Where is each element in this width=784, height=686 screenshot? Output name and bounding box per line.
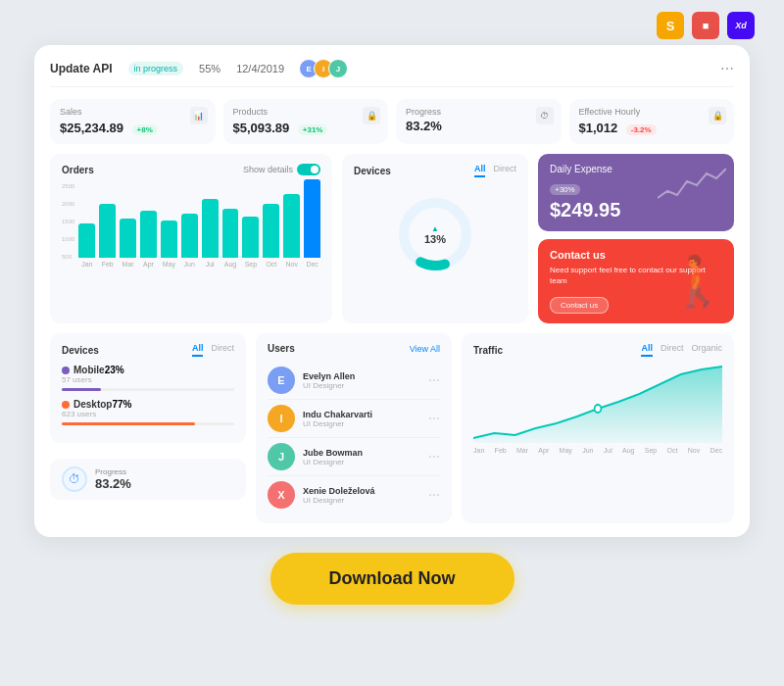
traffic-tab-organic[interactable]: Organic xyxy=(691,343,722,357)
user-info: Evelyn AllenUI Designer xyxy=(303,371,355,390)
user-more-icon[interactable]: ⋯ xyxy=(428,488,440,502)
stat-sales-badge: +8% xyxy=(132,124,158,135)
user-more-icon[interactable]: ⋯ xyxy=(428,450,440,464)
stat-sales-amount: $25,234.89 xyxy=(60,121,123,135)
orders-header: Orders Show details xyxy=(62,164,320,175)
user-item: IIndu ChakarvartiUI Designer⋯ xyxy=(268,400,440,438)
user-item: EEvelyn AllenUI Designer⋯ xyxy=(268,362,440,400)
device-desktop-name: Desktop xyxy=(74,399,112,410)
devices-tab-direct[interactable]: Direct xyxy=(211,343,234,357)
sketch-icon[interactable]: S xyxy=(657,12,684,39)
right-cards: Daily Expense +30% $249.95 Contact us Ne… xyxy=(538,154,734,323)
bar-group-may: May xyxy=(161,220,177,268)
products-icon: 🔒 xyxy=(363,107,380,124)
main-grid: Orders Show details 2500200015001000500 … xyxy=(50,154,734,323)
bar-group-sep: Sep xyxy=(242,217,259,268)
user-role: UI Designer xyxy=(303,419,372,428)
device-desktop-pct: 77% xyxy=(112,399,131,410)
top-icons-row: S ■ Xd xyxy=(0,0,784,45)
users-list: EEvelyn AllenUI Designer⋯IIndu Chakarvar… xyxy=(268,362,440,514)
bar-oct xyxy=(263,204,279,258)
hourly-icon: 🔒 xyxy=(709,107,726,124)
devices-list-title: Devices xyxy=(62,345,99,356)
device-desktop-users: 623 users xyxy=(62,410,234,418)
devices-list-header: Devices All Direct xyxy=(62,343,234,357)
label-sep: Sep xyxy=(645,447,657,454)
device-mobile-pct: 23% xyxy=(105,365,124,375)
desktop-dot xyxy=(62,401,70,409)
user-name: Jube Bowman xyxy=(303,448,363,458)
traffic-tab-direct[interactable]: Direct xyxy=(661,343,684,357)
dashboard-card: Update API in progress 55% 12/4/2019 E I… xyxy=(34,45,750,537)
tab-direct[interactable]: Direct xyxy=(493,164,516,177)
devices-col: Devices All Direct Mobile 23% 57 users xyxy=(50,333,246,523)
user-avatar: E xyxy=(268,367,295,394)
user-avatar: I xyxy=(268,405,295,432)
label-dec: Dec xyxy=(710,447,722,454)
more-icon[interactable]: ⋯ xyxy=(720,61,734,76)
bar-aug xyxy=(222,209,239,258)
bar-group-jul: Jul xyxy=(202,199,219,268)
stat-products-badge: +31% xyxy=(298,124,328,135)
bar-chart: JanFebMarAprMayJunJulAugSepOctNovDec xyxy=(78,183,320,271)
devices-donut-card: Devices All Direct ▲ 13% xyxy=(342,154,528,323)
devices-donut-header: Devices All Direct xyxy=(354,164,516,177)
bar-label-nov: Nov xyxy=(285,261,297,268)
xd-icon[interactable]: Xd xyxy=(727,12,755,39)
devices-tab-all[interactable]: All xyxy=(192,343,204,357)
bar-label-sep: Sep xyxy=(245,261,257,268)
bar-label-oct: Oct xyxy=(266,261,276,268)
device-mobile: Mobile 23% 57 users xyxy=(62,365,234,391)
label-feb: Feb xyxy=(495,447,507,454)
bar-label-mar: Mar xyxy=(122,261,134,268)
device-mobile-track xyxy=(62,388,234,391)
traffic-tab-all[interactable]: All xyxy=(641,343,653,357)
view-all-link[interactable]: View All xyxy=(410,344,440,354)
user-info: Jube BowmanUI Designer xyxy=(303,448,363,466)
stat-products: Products $5,093.89 +31% 🔒 xyxy=(223,99,389,144)
stat-hourly-value: $1,012 -3.2% xyxy=(579,119,725,136)
user-name: Evelyn Allen xyxy=(303,371,355,381)
stat-hourly-badge: -3.2% xyxy=(626,124,657,135)
bar-feb xyxy=(99,204,116,258)
user-avatar: X xyxy=(268,481,295,509)
users-title: Users xyxy=(268,343,295,354)
contact-button[interactable]: Contact us xyxy=(550,297,609,314)
status-badge: in progress xyxy=(128,62,184,75)
bar-label-may: May xyxy=(163,261,175,268)
bar-jul xyxy=(202,199,219,258)
bar-label-feb: Feb xyxy=(102,261,114,268)
device-mobile-name: Mobile xyxy=(74,365,105,375)
header-title: Update API xyxy=(50,62,113,75)
tab-all[interactable]: All xyxy=(474,164,486,177)
mobile-dot xyxy=(62,367,70,374)
users-card: Users View All EEvelyn AllenUI Designer⋯… xyxy=(256,333,452,523)
traffic-title: Traffic xyxy=(473,345,503,356)
donut-percent: 13% xyxy=(424,233,446,245)
stat-sales: Sales $25,234.89 +8% 📊 xyxy=(50,99,216,144)
download-button[interactable]: Download Now xyxy=(270,553,514,605)
user-item: XXenie DoleželováUI Designer⋯ xyxy=(268,476,440,514)
user-name: Indu Chakarvarti xyxy=(303,410,372,419)
device-mobile-users: 57 users xyxy=(62,375,234,384)
bar-mar xyxy=(120,219,136,258)
bar-group-jan: Jan xyxy=(78,223,95,268)
orders-card: Orders Show details 2500200015001000500 … xyxy=(50,154,332,323)
progress-mini-value: 83.2% xyxy=(95,476,131,491)
label-apr: Apr xyxy=(538,447,549,454)
stats-row: Sales $25,234.89 +8% 📊 Products $5,093.8… xyxy=(50,99,734,144)
user-more-icon[interactable]: ⋯ xyxy=(428,373,440,387)
bar-label-dec: Dec xyxy=(306,261,318,268)
stat-sales-value: $25,234.89 +8% xyxy=(60,119,206,136)
user-item: JJube BowmanUI Designer⋯ xyxy=(268,438,440,476)
toggle-switch[interactable] xyxy=(297,164,320,175)
bar-group-mar: Mar xyxy=(120,219,136,268)
user-more-icon[interactable]: ⋯ xyxy=(428,412,440,425)
bar-chart-wrap: JanFebMarAprMayJunJulAugSepOctNovDec xyxy=(78,183,320,275)
label-aug: Aug xyxy=(622,447,634,454)
donut-text: ▲ 13% xyxy=(424,224,446,245)
user-name: Xenie Doleželová xyxy=(303,486,375,496)
device-mobile-fill xyxy=(62,388,101,391)
devices-tabs: All Direct xyxy=(474,164,516,177)
figma-icon[interactable]: ■ xyxy=(692,12,719,39)
